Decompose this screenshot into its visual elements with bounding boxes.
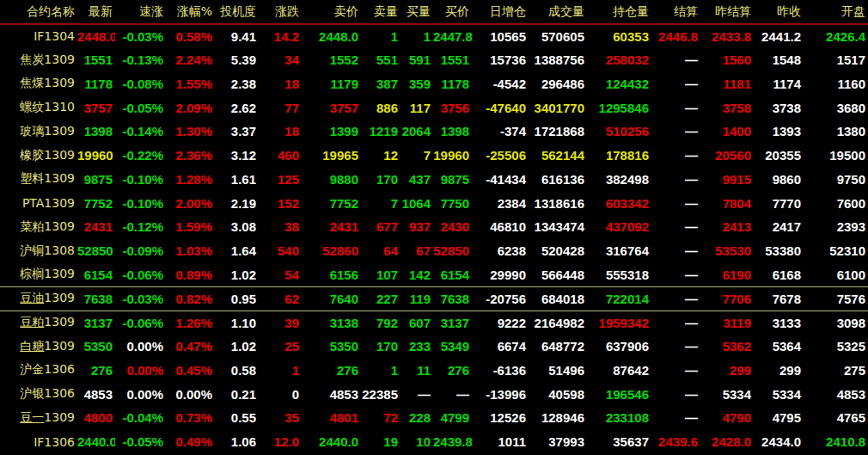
cell-prev-close: 3133: [754, 311, 804, 335]
cell-change-pct: 2.00%: [166, 191, 215, 215]
table-row[interactable]: 橡胶130919960-0.22%2.36%3.1246019965127199…: [0, 144, 868, 168]
column-header-volume[interactable]: 成交量: [529, 0, 587, 24]
cell-speed-change: -0.22%: [115, 144, 166, 168]
column-header-open[interactable]: 开盘: [804, 0, 868, 24]
cell-speed-change: -0.13%: [115, 48, 166, 72]
table-row[interactable]: IF13042448.0-0.03%0.58%9.4114.22448.0112…: [0, 24, 868, 48]
contract-name: 玻璃1309: [0, 120, 77, 144]
cell-last: 2431: [77, 215, 115, 239]
cell-change-pct: 0.73%: [166, 406, 215, 430]
table-row[interactable]: 菜粕13092431-0.12%1.59%3.08382431677937243…: [0, 215, 868, 239]
cell-prev-close: 2417: [754, 215, 804, 239]
cell-ask-vol: 12: [361, 144, 400, 168]
cell-bid-price: 52850: [433, 239, 472, 263]
cell-speculation: 1.64: [215, 239, 259, 263]
cell-open-interest: 1295846: [587, 95, 651, 120]
table-row[interactable]: 沪金13062760.00%0.45%0.581276111276-613651…: [0, 359, 868, 383]
cell-volume: 616136: [529, 168, 587, 192]
table-row[interactable]: 棕榈13096154-0.06%0.89%1.02546156107142615…: [0, 263, 868, 287]
column-header-last[interactable]: 最新: [77, 0, 115, 24]
contract-name-code: IF1306: [34, 435, 75, 449]
column-header-open-interest[interactable]: 持仓量: [587, 0, 651, 24]
contract-name: 焦煤1309: [0, 72, 77, 96]
cell-ask-vol: 886: [361, 95, 400, 120]
cell-bid-vol: 67: [400, 239, 433, 263]
table-row[interactable]: 豆油13097638-0.03%0.82%0.95627640227119763…: [0, 286, 868, 311]
table-row[interactable]: 沪银130648530.00%0.00%0.210485322385——-139…: [0, 382, 868, 406]
column-header-prev-close[interactable]: 昨收: [754, 0, 804, 24]
column-header-change-pct[interactable]: 涨幅%: [166, 0, 215, 24]
cell-ask-price: 3138: [302, 311, 361, 335]
cell-bid-vol: 228: [400, 406, 433, 430]
column-header-bid-vol[interactable]: 买量: [400, 0, 433, 24]
cell-prev-settle: 6190: [700, 263, 754, 287]
table-row[interactable]: 焦煤13091178-0.08%1.55%2.38181179387359117…: [0, 72, 868, 96]
cell-ask-price: 4801: [302, 406, 361, 430]
cell-speculation: 0.58: [215, 359, 259, 383]
cell-volume: 1343474: [529, 215, 587, 239]
cell-open-interest: 316764: [587, 239, 651, 263]
cell-prev-settle: 5334: [700, 382, 754, 406]
column-header-speculation[interactable]: 投机度: [215, 0, 259, 24]
contract-name: 豆油1309: [0, 286, 77, 311]
contract-name-code: 1309: [44, 76, 75, 89]
table-row[interactable]: 豆一13094800-0.04%0.73%0.55354801722284799…: [0, 406, 868, 430]
cell-last: 1398: [77, 120, 115, 144]
column-header-contract[interactable]: 合约名称: [0, 0, 77, 24]
table-row[interactable]: 白糖130953500.00%0.47%1.022553501702335349…: [0, 335, 868, 359]
table-row[interactable]: 焦炭13091551-0.13%2.24%5.39341552551591155…: [0, 48, 868, 72]
cell-change: 460: [259, 144, 302, 168]
cell-daily-oi-change: 6238: [472, 239, 529, 263]
cell-prev-close: 1548: [754, 48, 804, 72]
column-header-ask-price[interactable]: 卖价: [302, 0, 361, 24]
cell-bid-price: 3756: [433, 95, 472, 120]
contract-name-code: 1309: [44, 410, 75, 424]
table-row[interactable]: 螺纹13103757-0.05%2.09%2.62773757886117375…: [0, 95, 868, 120]
cell-last: 276: [77, 359, 115, 383]
column-header-settle[interactable]: 结算: [651, 0, 700, 24]
cell-settle: —: [651, 239, 700, 263]
table-row[interactable]: 玻璃13091398-0.14%1.30%3.37181399121920641…: [0, 120, 868, 144]
cell-open: 52310: [804, 239, 868, 263]
cell-speculation: 0.55: [215, 406, 259, 430]
table-row[interactable]: 塑料13099875-0.10%1.28%1.61125988017043798…: [0, 168, 868, 192]
column-header-daily-oi-change[interactable]: 日增仓: [472, 0, 529, 24]
cell-speed-change: -0.08%: [115, 72, 166, 96]
cell-daily-oi-change: -13996: [472, 382, 529, 406]
cell-bid-vol: 233: [400, 335, 433, 359]
cell-change: 77: [259, 95, 302, 120]
cell-prev-close: 53380: [754, 239, 804, 263]
cell-prev-settle: 5362: [700, 335, 754, 359]
cell-bid-vol: 117: [400, 95, 433, 120]
cell-volume: 562144: [529, 144, 587, 168]
cell-open: 1380: [804, 120, 868, 144]
cell-bid-price: 7638: [433, 286, 472, 311]
column-header-ask-vol[interactable]: 卖量: [361, 0, 400, 24]
table-row[interactable]: 豆粕13093137-0.06%1.26%1.10393138792607313…: [0, 311, 868, 335]
cell-speed-change: -0.05%: [115, 95, 166, 120]
cell-prev-settle: 53530: [700, 239, 754, 263]
column-header-change[interactable]: 涨跌: [259, 0, 302, 24]
cell-open-interest: 124432: [587, 72, 651, 96]
cell-open-interest: 510256: [587, 120, 651, 144]
cell-volume: 51496: [529, 359, 587, 383]
contract-name: 橡胶1309: [0, 144, 77, 168]
column-header-prev-settle[interactable]: 昨结算: [700, 0, 754, 24]
table-row[interactable]: 沪铜130852850-0.09%1.03%1.6454052860646752…: [0, 239, 868, 263]
cell-volume: 570605: [529, 24, 587, 48]
cell-speed-change: -0.03%: [115, 24, 166, 48]
table-row[interactable]: IF13062440.0-0.05%0.49%1.0612.02440.0191…: [0, 430, 868, 454]
cell-open-interest: 637906: [587, 335, 651, 359]
cell-open: 1160: [804, 72, 868, 96]
cell-ask-price: 2440.0: [302, 430, 361, 454]
cell-last: 4800: [77, 406, 115, 430]
cell-volume: 128946: [529, 406, 587, 430]
table-row[interactable]: PTA13097752-0.10%2.00%2.1915277527106477…: [0, 191, 868, 215]
cell-change: 1: [259, 359, 302, 383]
contract-name: 焦炭1309: [0, 48, 77, 72]
column-header-bid-price[interactable]: 买价: [433, 0, 472, 24]
cell-prev-settle: 1560: [700, 48, 754, 72]
column-header-speed-change[interactable]: 速涨: [115, 0, 166, 24]
cell-prev-settle: 299: [700, 359, 754, 383]
cell-settle: —: [651, 286, 700, 311]
